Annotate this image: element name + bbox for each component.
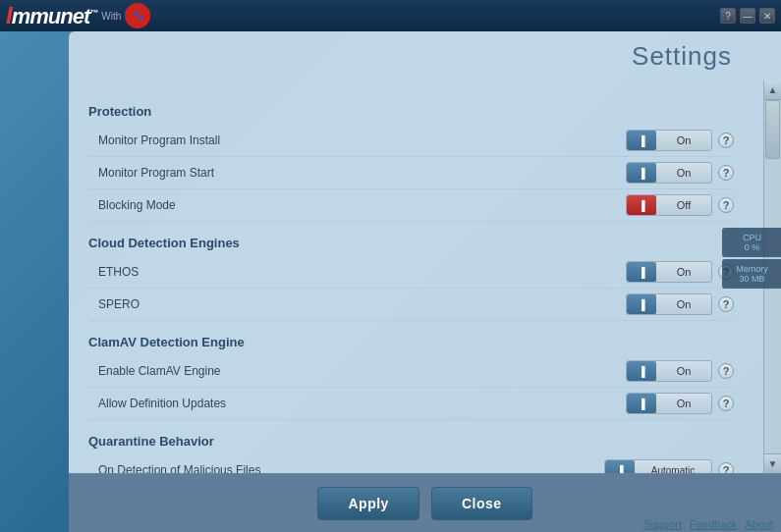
minimize-button[interactable]: — [740,8,755,24]
control-monitor-install: ▐ On ? [626,130,734,151]
window-controls: ? — ✕ [720,8,775,24]
section-quarantine: Quarantine Behavior [88,434,734,449]
help-spero[interactable]: ? [718,296,734,312]
label-malicious-files: On Detection of Malicious Files [88,463,604,473]
help-allow-updates[interactable]: ? [718,396,734,411]
control-blocking-mode: ▐ Off ? [626,194,734,216]
toggle-enable-clamav[interactable]: ▐ On [626,360,712,382]
row-malicious-files: On Detection of Malicious Files ▐ Automa… [88,454,734,473]
section-clamav: ClamAV Detection Engine [88,335,734,349]
row-spero: SPERO ▐ On ? [88,289,734,321]
row-blocking-mode: Blocking Mode ▐ Off ? [88,189,734,222]
main-area: Settings Protection Monitor Program Inst… [0,31,781,532]
footer-links: Support Feedback About [643,518,773,530]
control-spero: ▐ On ? [626,293,734,315]
memory-widget: Memory 30 MB [722,259,781,289]
settings-panel: Settings Protection Monitor Program Inst… [69,31,781,532]
toggle-monitor-start[interactable]: ▐ On [626,162,712,184]
memory-value: 30 MB [729,274,775,284]
toggle-ethos[interactable]: ▐ On [626,261,712,283]
label-ethos: ETHOS [88,265,626,279]
control-enable-clamav: ▐ On ? [626,360,734,382]
close-button[interactable]: ✕ [759,8,775,24]
toggle-spero[interactable]: ▐ On [626,293,712,315]
about-link[interactable]: About [745,518,773,530]
with-text: With [101,11,121,22]
feedback-link[interactable]: Feedback [690,518,737,530]
section-protection: Protection [88,104,734,119]
label-monitor-start: Monitor Program Start [88,166,626,180]
side-panel [0,31,69,532]
help-monitor-install[interactable]: ? [718,133,734,148]
clamav-logo: 🐾 [125,3,150,28]
label-enable-clamav: Enable ClamAV Engine [88,364,626,378]
row-enable-clamav: Enable ClamAV Engine ▐ On ? [88,355,734,388]
control-allow-updates: ▐ On ? [626,393,734,414]
scrollbar-thumb[interactable] [765,100,780,159]
row-allow-updates: Allow Definition Updates ▐ On ? [88,388,734,420]
label-spero: SPERO [88,297,626,311]
control-malicious-files: ▐ Automatic ? [604,459,734,473]
cpu-label: CPU [729,233,775,242]
settings-content[interactable]: Protection Monitor Program Install ▐ On … [69,80,763,473]
logo-text: Immunet™ [6,2,97,29]
system-widgets: CPU 0 % Memory 30 MB [722,228,781,291]
cpu-widget: CPU 0 % [722,228,781,257]
toggle-allow-updates[interactable]: ▐ On [626,393,712,414]
settings-title: Settings [69,31,781,77]
close-button[interactable]: Close [431,487,532,520]
help-blocking-mode[interactable]: ? [718,197,734,213]
toggle-malicious-files[interactable]: ▐ Automatic [604,459,712,473]
row-monitor-start: Monitor Program Start ▐ On ? [88,157,734,189]
title-bar: Immunet™ With 🐾 ? — ✕ [0,0,781,31]
section-cloud: Cloud Detection Engines [88,236,734,250]
help-malicious-files[interactable]: ? [718,462,734,473]
help-monitor-start[interactable]: ? [718,165,734,181]
label-blocking-mode: Blocking Mode [88,198,626,212]
row-monitor-install: Monitor Program Install ▐ On ? [88,125,734,157]
memory-label: Memory [729,264,775,274]
support-link[interactable]: Support [643,518,682,530]
help-button[interactable]: ? [720,8,736,24]
toggle-blocking-mode[interactable]: ▐ Off [626,194,712,216]
cpu-value: 0 % [729,242,775,252]
control-monitor-start: ▐ On ? [626,162,734,184]
scroll-down-button[interactable]: ▼ [764,453,781,473]
row-ethos: ETHOS ▐ On ? [88,256,734,289]
scroll-up-button[interactable]: ▲ [764,80,781,100]
label-monitor-install: Monitor Program Install [88,133,626,147]
label-allow-updates: Allow Definition Updates [88,397,626,410]
logo: Immunet™ With 🐾 [6,2,150,29]
help-enable-clamav[interactable]: ? [718,363,734,379]
toggle-monitor-install[interactable]: ▐ On [626,130,712,151]
control-ethos: ▐ On ? [626,261,734,283]
apply-button[interactable]: Apply [317,487,418,520]
